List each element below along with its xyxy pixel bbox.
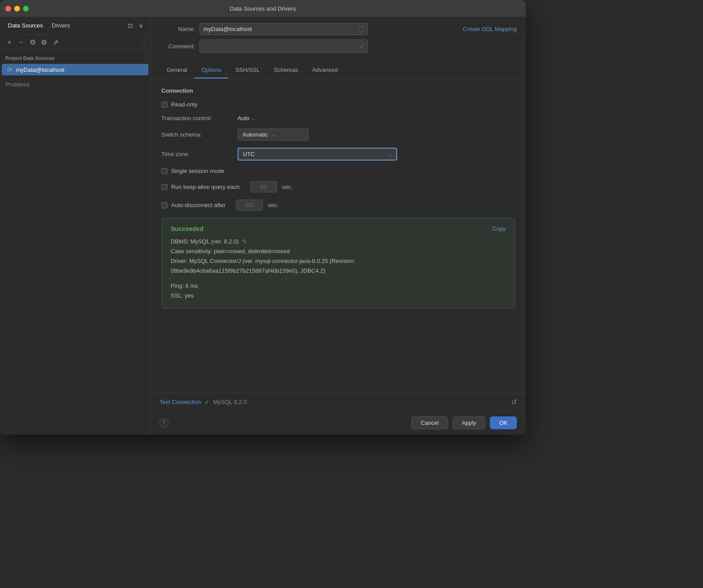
sidebar-item-label: myData@localhost xyxy=(16,67,64,73)
dbms-line: DBMS: MySQL (ver. 8.2.0) ✎ xyxy=(171,237,506,247)
case-line: Case sensitivity: plain=mixed, delimited… xyxy=(171,247,506,256)
switch-schema-dropdown[interactable]: Automatic ⌄ xyxy=(238,129,309,141)
close-button[interactable] xyxy=(5,6,11,12)
test-connection-link[interactable]: Test Connection xyxy=(160,399,201,405)
ssl-line: SSL: yes xyxy=(171,291,506,301)
create-ddl-link[interactable]: Create DDL Mapping xyxy=(463,26,517,32)
tabs-bar: General Options SSH/SSL Schemas Advanced xyxy=(151,62,526,78)
keepalive-checkbox[interactable] xyxy=(161,184,168,190)
single-session-row: Single session mode xyxy=(161,168,515,174)
keepalive-unit: sec. xyxy=(282,184,293,190)
ping-section: Ping: 6 ms SSL: yes xyxy=(171,281,506,301)
timezone-row: Time zone: UTC ⌄ xyxy=(161,148,515,161)
nav-back-icon[interactable]: ‹ xyxy=(141,39,143,46)
radio-button[interactable] xyxy=(358,26,364,32)
sidebar-item-mydata[interactable]: ⟳ myData@localhost xyxy=(2,64,148,75)
sidebar-icons: ⊡ ∨ xyxy=(125,21,146,31)
minimize-button[interactable] xyxy=(14,6,20,12)
ok-button[interactable]: OK xyxy=(490,416,517,429)
nav-forward-icon[interactable]: › xyxy=(144,39,146,46)
tab-schemas[interactable]: Schemas xyxy=(267,62,305,78)
export-button[interactable]: ⇗ xyxy=(51,37,60,47)
keepalive-input[interactable] xyxy=(250,181,277,192)
transaction-dropdown-arrow: ⌄ xyxy=(251,116,255,121)
content-header: Name: myData@localhost Create DDL Mappin… xyxy=(151,17,526,62)
apply-button[interactable]: Apply xyxy=(453,416,486,429)
readonly-checkbox[interactable] xyxy=(161,102,168,108)
connection-section-title: Connection xyxy=(161,87,515,94)
help-icon[interactable]: ? xyxy=(160,419,168,427)
data-source-icon: ⟳ xyxy=(7,66,12,73)
refresh-icon[interactable]: ↺ xyxy=(511,398,517,406)
autodisconnect-row: Auto-disconnect after sec. xyxy=(161,200,515,211)
footer-left: ? xyxy=(160,419,168,427)
transaction-row: Transaction control: Auto ⌄ xyxy=(161,115,515,122)
settings-button[interactable]: ⚙ xyxy=(39,37,49,47)
nav-arrows: ‹ › xyxy=(141,39,146,46)
sidebar-actions: ＋ － ⧉ ⚙ ⇗ ‹ › xyxy=(0,35,150,50)
tab-options[interactable]: Options xyxy=(194,62,228,78)
main-container: Data Sources Drivers ⊡ ∨ ＋ － ⧉ ⚙ ⇗ ‹ › P… xyxy=(0,17,526,435)
switch-schema-arrow: ⌄ xyxy=(272,132,275,137)
comment-input[interactable]: ⤢ xyxy=(199,39,368,53)
transaction-dropdown[interactable]: Auto ⌄ xyxy=(238,115,255,122)
keepalive-checkbox-label[interactable]: Run keep-alive query each xyxy=(161,184,240,190)
cancel-button[interactable]: Cancel xyxy=(411,416,448,429)
tab-advanced[interactable]: Advanced xyxy=(305,62,345,78)
maximize-button[interactable] xyxy=(23,6,29,12)
comment-label: Comment: xyxy=(160,43,195,50)
success-panel: Succeeded Copy DBMS: MySQL (ver. 8.2.0) … xyxy=(161,218,515,309)
name-label: Name: xyxy=(160,26,195,32)
autodisconnect-input[interactable] xyxy=(236,200,263,211)
autodisconnect-unit: sec. xyxy=(268,202,279,208)
autodisconnect-checkbox[interactable] xyxy=(161,202,168,208)
project-data-sources-label: Project Data Sources xyxy=(0,50,150,63)
driver-line2: 08be9e9b4cba6aa115f9b27b215887af40b159e0… xyxy=(171,266,506,276)
single-session-label[interactable]: Single session mode xyxy=(161,168,224,174)
timezone-label: Time zone: xyxy=(161,151,232,157)
sidebar-filter-icon[interactable]: ⊡ xyxy=(125,21,135,31)
switch-schema-label: Switch schema: xyxy=(161,131,232,138)
success-content: DBMS: MySQL (ver. 8.2.0) ✎ Case sensitiv… xyxy=(171,237,506,301)
problems-section: Problems xyxy=(0,76,150,90)
footer: ? Cancel Apply OK xyxy=(151,411,526,435)
title-bar: Data Sources and Drivers xyxy=(0,0,526,17)
timezone-input[interactable]: UTC ⌄ xyxy=(238,148,397,161)
sidebar-tabs-row: Data Sources Drivers ⊡ ∨ xyxy=(0,17,150,35)
tab-drivers[interactable]: Drivers xyxy=(48,20,74,31)
copy-button[interactable]: Copy xyxy=(492,225,506,232)
name-row: Name: myData@localhost Create DDL Mappin… xyxy=(160,23,517,35)
check-icon: ✓ xyxy=(204,399,210,406)
sidebar: Data Sources Drivers ⊡ ∨ ＋ － ⧉ ⚙ ⇗ ‹ › P… xyxy=(0,17,151,435)
add-button[interactable]: ＋ xyxy=(4,37,14,47)
timezone-dropdown-arrow: ⌄ xyxy=(388,152,392,157)
options-tab-content: Connection Read-only Transaction control… xyxy=(151,78,526,393)
tab-general[interactable]: General xyxy=(160,62,194,78)
duplicate-button[interactable]: ⧉ xyxy=(27,37,37,47)
remove-button[interactable]: － xyxy=(16,37,26,47)
keepalive-row: Run keep-alive query each sec. xyxy=(161,181,515,192)
tab-ssh-ssl[interactable]: SSH/SSL xyxy=(228,62,267,78)
comment-row: Comment: ⤢ xyxy=(160,39,517,53)
switch-schema-row: Switch schema: Automatic ⌄ xyxy=(161,129,515,141)
single-session-checkbox[interactable] xyxy=(161,168,168,174)
success-header: Succeeded Copy xyxy=(171,225,506,232)
tab-data-sources[interactable]: Data Sources xyxy=(4,20,47,31)
transaction-label: Transaction control: xyxy=(161,115,232,122)
edit-icon[interactable]: ✎ xyxy=(242,238,247,245)
driver-line: Driver: MySQL Connector/J (ver. mysql-co… xyxy=(171,256,506,266)
mysql-version-label: MySQL 8.2.0 xyxy=(213,399,246,405)
window-title: Data Sources and Drivers xyxy=(230,5,296,12)
name-input[interactable]: myData@localhost xyxy=(199,23,368,35)
traffic-lights xyxy=(5,6,29,12)
readonly-row: Read-only xyxy=(161,101,515,108)
sidebar-dropdown-icon[interactable]: ∨ xyxy=(136,21,146,31)
test-connection-row: Test Connection ✓ MySQL 8.2.0 xyxy=(160,399,247,406)
expand-icon: ⤢ xyxy=(360,43,364,49)
ping-line: Ping: 6 ms xyxy=(171,281,506,291)
readonly-checkbox-label[interactable]: Read-only xyxy=(161,101,197,108)
bottom-panel: Test Connection ✓ MySQL 8.2.0 ↺ xyxy=(151,393,526,411)
content-panel: Name: myData@localhost Create DDL Mappin… xyxy=(151,17,526,435)
autodisconnect-checkbox-label[interactable]: Auto-disconnect after xyxy=(161,202,226,208)
succeeded-label: Succeeded xyxy=(171,225,203,232)
